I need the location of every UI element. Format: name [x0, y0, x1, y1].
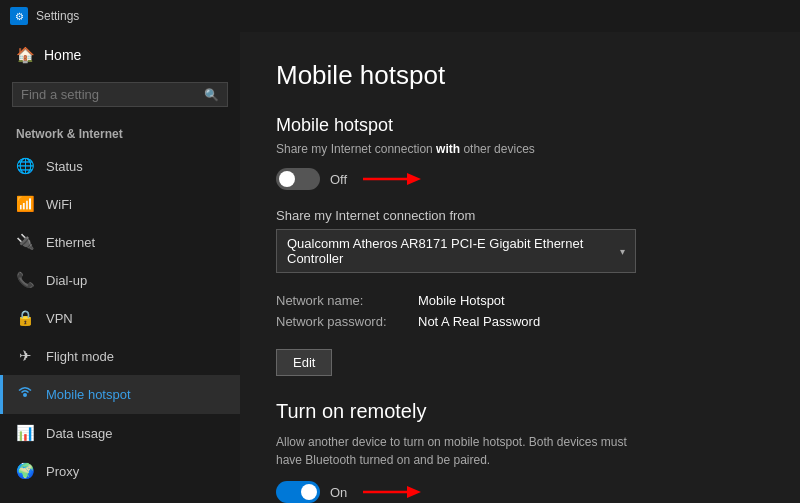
remote-toggle-row: On [276, 481, 764, 503]
arrow-indicator-on [363, 482, 423, 502]
search-box[interactable]: 🔍 [12, 82, 228, 107]
datausage-icon: 📊 [16, 424, 34, 442]
svg-point-0 [23, 393, 27, 397]
network-password-value: Not A Real Password [418, 314, 540, 329]
app-body: 🏠 Home 🔍 Network & Internet 🌐 Status 📶 W… [0, 32, 800, 503]
network-name-value: Mobile Hotspot [418, 293, 505, 308]
search-input[interactable] [21, 87, 198, 102]
hotspot-toggle-row: Off [276, 168, 764, 190]
home-icon: 🏠 [16, 46, 34, 64]
network-info: Network name: Mobile Hotspot Network pas… [276, 293, 764, 329]
sidebar-item-label: Dial-up [46, 273, 87, 288]
hotspot-section-title: Mobile hotspot [276, 115, 764, 136]
remote-toggle-label: On [330, 485, 347, 500]
sidebar: 🏠 Home 🔍 Network & Internet 🌐 Status 📶 W… [0, 32, 240, 503]
sidebar-item-status[interactable]: 🌐 Status [0, 147, 240, 185]
sidebar-section-label: Network & Internet [0, 119, 240, 147]
hotspot-description: Share my Internet connection with other … [276, 142, 764, 156]
sidebar-item-label: WiFi [46, 197, 72, 212]
sidebar-item-ethernet[interactable]: 🔌 Ethernet [0, 223, 240, 261]
hotspot-toggle-label: Off [330, 172, 347, 187]
sidebar-item-wifi[interactable]: 📶 WiFi [0, 185, 240, 223]
sidebar-item-label: Mobile hotspot [46, 387, 131, 402]
toggle-knob [301, 484, 317, 500]
sidebar-item-label: VPN [46, 311, 73, 326]
remote-description: Allow another device to turn on mobile h… [276, 433, 656, 469]
sidebar-item-dialup[interactable]: 📞 Dial-up [0, 261, 240, 299]
dropdown-selected-value: Qualcomm Atheros AR8171 PCI-E Gigabit Et… [287, 236, 620, 266]
chevron-down-icon: ▾ [620, 246, 625, 257]
sidebar-item-label: Status [46, 159, 83, 174]
edit-button[interactable]: Edit [276, 349, 332, 376]
sidebar-item-datausage[interactable]: 📊 Data usage [0, 414, 240, 452]
status-icon: 🌐 [16, 157, 34, 175]
wifi-icon: 📶 [16, 195, 34, 213]
flightmode-icon: ✈ [16, 347, 34, 365]
share-from-section: Share my Internet connection from Qualco… [276, 208, 764, 273]
share-from-label: Share my Internet connection from [276, 208, 764, 223]
remote-toggle[interactable] [276, 481, 320, 503]
network-name-key: Network name: [276, 293, 406, 308]
search-icon: 🔍 [204, 88, 219, 102]
sidebar-item-flightmode[interactable]: ✈ Flight mode [0, 337, 240, 375]
svg-marker-4 [407, 486, 421, 498]
sidebar-item-label: Proxy [46, 464, 79, 479]
remote-section-title: Turn on remotely [276, 400, 764, 423]
page-title: Mobile hotspot [276, 60, 764, 91]
sidebar-item-label: Flight mode [46, 349, 114, 364]
sidebar-home-label: Home [44, 47, 81, 63]
sidebar-item-proxy[interactable]: 🌍 Proxy [0, 452, 240, 490]
sidebar-item-mobilehotspot[interactable]: Mobile hotspot [0, 375, 240, 414]
network-name-row: Network name: Mobile Hotspot [276, 293, 764, 308]
vpn-icon: 🔒 [16, 309, 34, 327]
content-area: Mobile hotspot Mobile hotspot Share my I… [240, 32, 800, 503]
title-bar: ⚙ Settings [0, 0, 800, 32]
ethernet-icon: 🔌 [16, 233, 34, 251]
title-bar-text: Settings [36, 9, 79, 23]
arrow-indicator-off [363, 169, 423, 189]
network-password-key: Network password: [276, 314, 406, 329]
sidebar-home-button[interactable]: 🏠 Home [0, 32, 240, 78]
sidebar-item-label: Ethernet [46, 235, 95, 250]
share-from-dropdown[interactable]: Qualcomm Atheros AR8171 PCI-E Gigabit Et… [276, 229, 636, 273]
network-password-row: Network password: Not A Real Password [276, 314, 764, 329]
sidebar-item-vpn[interactable]: 🔒 VPN [0, 299, 240, 337]
toggle-knob [279, 171, 295, 187]
hotspot-toggle[interactable] [276, 168, 320, 190]
dialup-icon: 📞 [16, 271, 34, 289]
svg-marker-2 [407, 173, 421, 185]
settings-icon: ⚙ [10, 7, 28, 25]
mobilehotspot-icon [16, 385, 34, 404]
proxy-icon: 🌍 [16, 462, 34, 480]
sidebar-item-label: Data usage [46, 426, 113, 441]
